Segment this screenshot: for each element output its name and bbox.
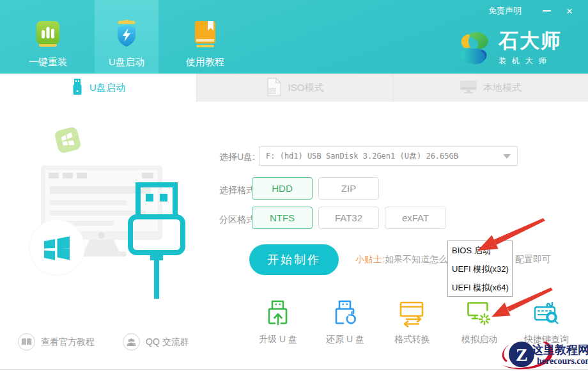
format-option-hdd[interactable]: HDD — [252, 177, 313, 200]
shield-bolt-icon — [112, 19, 141, 49]
usb-upgrade-icon — [263, 298, 293, 328]
tip-right-fragment: 配置即可 — [515, 254, 551, 265]
hotkey-search-icon — [532, 298, 561, 328]
boot-mode-popup: BIOS 启动 UEFI 模拟(x32) UEFI 模拟(x64) — [447, 241, 513, 297]
format-option-zip[interactable]: ZIP — [318, 177, 379, 200]
brand-name: 石大师 — [499, 28, 562, 54]
svg-text:Z: Z — [516, 345, 528, 365]
tool-label: 升级 U 盘 — [249, 334, 307, 345]
brand-subtitle: 装机大师 — [499, 56, 562, 67]
monitor-icon — [460, 79, 477, 97]
nav-item-label: 使用教程 — [186, 56, 224, 67]
popup-item-uefi-x32[interactable]: UEFI 模拟(x32) — [448, 260, 512, 278]
nav-item-label: U盘启动 — [109, 56, 144, 67]
nav-item-label: 一键重装 — [29, 56, 67, 67]
usb-select-label: 选择U盘: — [219, 152, 255, 163]
tab-iso-mode[interactable]: ISO ISO模式 — [196, 74, 392, 102]
tab-label: U盘启动 — [89, 82, 125, 94]
mode-tabbar: U盘启动 ISO ISO模式 本地 — [0, 74, 588, 102]
partition-option-exfat[interactable]: exFAT — [385, 207, 446, 229]
simulate-boot-icon — [465, 298, 494, 328]
iso-file-icon: ISO — [266, 77, 282, 99]
titlebar-controls: 免责声明 × — [488, 0, 588, 22]
tab-label: 本地模式 — [483, 82, 522, 94]
nav-item-usb-boot[interactable]: U盘启动 — [95, 0, 159, 74]
nav-item-reinstall[interactable]: 一键重装 — [16, 0, 80, 74]
brand-logo: 石大师 装机大师 — [454, 28, 562, 69]
tab-local-mode[interactable]: 本地模式 — [392, 74, 588, 102]
start-make-button[interactable]: 开始制作 — [249, 244, 339, 275]
brand-logo-text: 石大师 装机大师 — [499, 28, 562, 69]
disclaimer-link[interactable]: 免责声明 — [488, 5, 522, 17]
watermark-domain: herecours.com — [537, 356, 588, 367]
site-watermark: Z 这里教程网 herecours.com — [497, 335, 588, 371]
tool-restore-usb[interactable]: 还原 U 盘 — [316, 298, 374, 345]
book-icon — [190, 19, 220, 49]
official-tutorial-link[interactable]: 查看官方教程 — [18, 333, 95, 351]
users-icon — [123, 333, 140, 351]
brand-logo-icon — [454, 28, 495, 69]
usb-restore-icon — [330, 298, 360, 328]
main-nav: 一键重装 U盘启动 — [16, 0, 237, 74]
qq-group-link[interactable]: QQ 交流群 — [123, 333, 189, 351]
usb-select-dropdown[interactable]: F: (hd1) USB SanDisk 3.2Gen1 (U盘) 26.65G… — [259, 146, 518, 166]
partition-option-ntfs[interactable]: NTFS — [252, 207, 313, 229]
format-convert-icon — [398, 298, 427, 328]
close-button[interactable]: × — [560, 3, 579, 19]
tool-upgrade-usb[interactable]: 升级 U 盘 — [249, 298, 307, 345]
tool-format-convert[interactable]: 格式转换 — [383, 298, 441, 345]
partition-option-fat32[interactable]: FAT32 — [318, 207, 379, 229]
usb-stick-icon — [71, 78, 84, 97]
tip-left-fragment: 如果不知道怎么 — [385, 254, 447, 264]
tab-usb-boot[interactable]: U盘启动 — [0, 74, 196, 102]
tool-label: 还原 U 盘 — [316, 334, 374, 345]
bar-chart-icon — [33, 19, 63, 49]
tool-label: 格式转换 — [383, 334, 441, 345]
tip-text: 小贴士:如果不知道怎么 — [355, 254, 447, 265]
nav-item-tutorial[interactable]: 使用教程 — [173, 0, 237, 74]
windows-flag-badge — [29, 220, 84, 275]
windows-tile-icon — [54, 126, 82, 154]
book-open-icon — [18, 333, 35, 351]
tab-label: ISO模式 — [288, 82, 324, 94]
tip-prefix: 小贴士: — [355, 254, 385, 264]
watermark-title: 这里教程网 — [532, 342, 588, 358]
usb-plug-illustration — [125, 181, 189, 299]
footer-link-label: QQ 交流群 — [146, 336, 189, 348]
svg-text:ISO: ISO — [268, 89, 277, 93]
app-window: 一键重装 U盘启动 — [0, 0, 588, 371]
chevron-down-icon — [503, 154, 511, 159]
footer-link-label: 查看官方教程 — [41, 336, 95, 348]
minimize-button[interactable] — [537, 3, 556, 19]
usb-select-value: F: (hd1) USB SanDisk 3.2Gen1 (U盘) 26.65G… — [266, 151, 503, 162]
popup-item-bios[interactable]: BIOS 启动 — [448, 241, 512, 260]
header-bar: 一键重装 U盘启动 — [0, 0, 588, 74]
popup-item-uefi-x64[interactable]: UEFI 模拟(x64) — [448, 278, 512, 297]
